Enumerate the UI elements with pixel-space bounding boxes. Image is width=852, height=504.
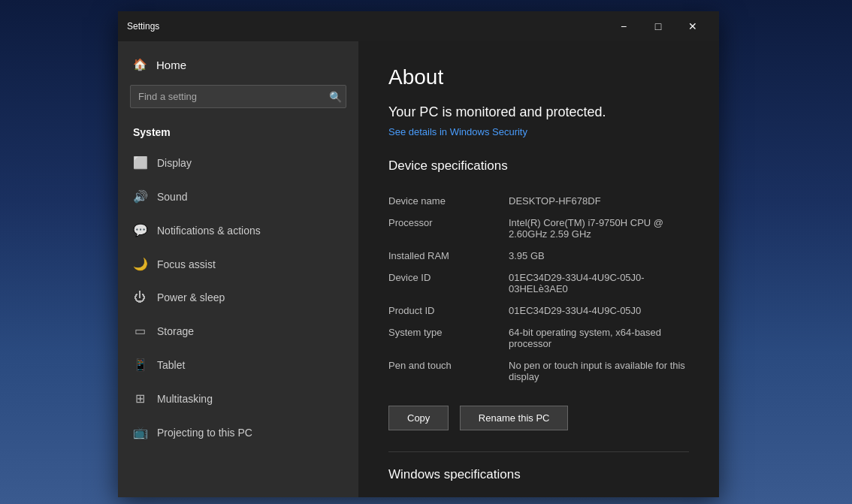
notifications-icon: 💬 (133, 223, 147, 237)
storage-icon: ▭ (133, 324, 147, 338)
spec-value: 64-bit operating system, x64-based proce… (509, 321, 689, 355)
home-icon: 🏠 (133, 58, 147, 71)
window-controls: − □ ✕ (606, 15, 710, 38)
sidebar-item-label: Sound (157, 191, 187, 203)
table-row: Pen and touchNo pen or touch input is av… (388, 355, 689, 388)
table-row: Device nameDESKTOP-HF678DF (388, 190, 689, 212)
search-input[interactable] (130, 85, 346, 108)
copy-button[interactable]: Copy (388, 406, 449, 430)
spec-label: System type (388, 321, 509, 355)
sidebar-item-multitasking[interactable]: ⊞ Multitasking (118, 382, 358, 415)
sidebar-item-sound[interactable]: 🔊 Sound (118, 180, 358, 213)
spec-label: Processor (388, 212, 509, 245)
sidebar-item-label: Tablet (157, 359, 185, 371)
sidebar-item-storage[interactable]: ▭ Storage (118, 314, 358, 348)
focus-icon: 🌙 (133, 257, 147, 271)
page-title: About (388, 65, 689, 89)
window-body: 🏠 Home 🔍 System ⬜ Display 🔊 Sound 💬 Noti… (118, 41, 719, 497)
sidebar-home[interactable]: 🏠 Home (118, 41, 358, 85)
sidebar-item-label: Display (157, 157, 192, 169)
titlebar: Settings − □ ✕ (118, 11, 719, 41)
spec-value: DESKTOP-HF678DF (509, 190, 689, 212)
spec-label: Device ID (388, 267, 509, 300)
spec-label: Pen and touch (388, 355, 509, 388)
sidebar-item-notifications[interactable]: 💬 Notifications & actions (118, 213, 358, 247)
tablet-icon: 📱 (133, 358, 147, 372)
sidebar-item-display[interactable]: ⬜ Display (118, 146, 358, 180)
spec-value: 3.95 GB (509, 245, 689, 267)
divider (388, 451, 689, 452)
sidebar-search-container: 🔍 (130, 85, 346, 108)
maximize-button[interactable]: □ (641, 15, 675, 38)
sidebar-item-power[interactable]: ⏻ Power & sleep (118, 281, 358, 314)
table-row: System type64-bit operating system, x64-… (388, 321, 689, 355)
windows-section-title: Windows specifications (388, 467, 689, 485)
spec-label: Installed RAM (388, 245, 509, 267)
sound-icon: 🔊 (133, 189, 147, 204)
table-row: Device ID01EC34D29-33U4-4U9C-05J0-03HELѐ… (388, 267, 689, 300)
close-button[interactable]: ✕ (675, 15, 710, 38)
device-section-title: Device specifications (388, 158, 689, 177)
sidebar-item-label: Multitasking (157, 393, 213, 405)
sidebar-section-label: System (118, 120, 358, 146)
device-specs-table: Device nameDESKTOP-HF678DFProcessorIntel… (388, 190, 689, 388)
sidebar: 🏠 Home 🔍 System ⬜ Display 🔊 Sound 💬 Noti… (118, 41, 358, 497)
home-label: Home (156, 59, 186, 71)
sidebar-item-projecting[interactable]: 📺 Projecting to this PC (118, 415, 358, 449)
minimize-button[interactable]: − (606, 15, 641, 38)
sidebar-item-label: Projecting to this PC (157, 427, 252, 439)
table-row: Installed RAM3.95 GB (388, 245, 689, 267)
main-content: About Your PC is monitored and protected… (358, 41, 719, 497)
spec-value: 01EC34D29-33U4-4U9C-05J0 (509, 300, 689, 321)
spec-value: No pen or touch input is available for t… (509, 355, 689, 388)
window-title: Settings (127, 21, 159, 32)
projecting-icon: 📺 (133, 425, 147, 439)
power-icon: ⏻ (133, 291, 147, 304)
table-row: Product ID01EC34D29-33U4-4U9C-05J0 (388, 300, 689, 321)
spec-value: Intel(R) Core(TM) i7-9750H CPU @ 2.60GHz… (509, 212, 689, 245)
spec-value: 01EC34D29-33U4-4U9C-05J0-03HELѐ3AE0 (509, 267, 689, 300)
sidebar-item-label: Power & sleep (157, 291, 225, 303)
sidebar-item-label: Focus assist (157, 258, 216, 270)
sidebar-item-focus[interactable]: 🌙 Focus assist (118, 247, 358, 281)
sidebar-item-label: Storage (157, 325, 194, 337)
security-link[interactable]: See details in Windows Security (388, 126, 689, 137)
settings-window: Settings − □ ✕ 🏠 Home 🔍 System ⬜ Display (118, 11, 719, 497)
table-row: ProcessorIntel(R) Core(TM) i7-9750H CPU … (388, 212, 689, 245)
sidebar-item-tablet[interactable]: 📱 Tablet (118, 348, 358, 382)
display-icon: ⬜ (133, 155, 147, 170)
protection-status: Your PC is monitored and protected. (388, 104, 689, 120)
spec-label: Product ID (388, 300, 509, 321)
multitasking-icon: ⊞ (133, 391, 147, 406)
rename-button[interactable]: Rename this PC (460, 406, 569, 430)
sidebar-item-label: Notifications & actions (157, 225, 261, 237)
search-icon-button[interactable]: 🔍 (329, 91, 342, 103)
spec-label: Device name (388, 190, 509, 212)
